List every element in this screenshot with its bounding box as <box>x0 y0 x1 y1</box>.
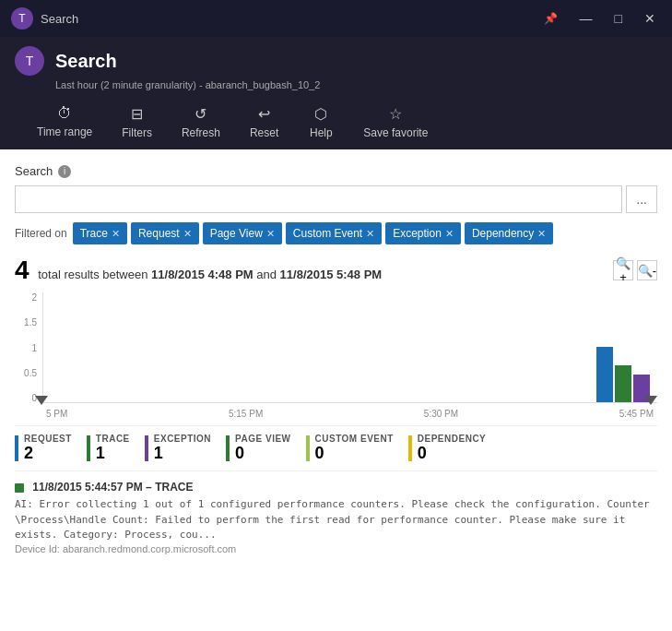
result-body: AI: Error collecting 1 out of 1 configur… <box>15 497 657 543</box>
app-icon: T <box>11 7 33 30</box>
legend-pageview-name: PAGE VIEW <box>235 434 290 444</box>
zoom-out-button[interactable]: 🔍- <box>637 260 657 280</box>
time-range-icon: ⏱ <box>57 105 72 122</box>
chart-y-labels: 2 1.5 1 0.5 0 <box>15 292 41 403</box>
legend-request: REQUEST 2 <box>15 434 72 463</box>
pin-button[interactable]: 📌 <box>538 9 563 28</box>
results-summary: 4 total results between 11/8/2015 4:48 P… <box>15 256 657 285</box>
toolbar-filters[interactable]: ⊟ Filters <box>107 98 167 149</box>
help-icon: ⬡ <box>314 105 327 123</box>
legend-request-name: REQUEST <box>24 434 72 444</box>
filter-tag-exception[interactable]: Exception ✕ <box>385 222 461 244</box>
legend-trace: TRACE 1 <box>87 434 130 463</box>
toolbar-refresh-label: Refresh <box>182 126 220 139</box>
toolbar-filters-label: Filters <box>122 126 152 139</box>
page-title: Search <box>55 51 117 72</box>
results-count: 4 <box>15 256 29 284</box>
chart-canvas <box>42 292 657 403</box>
x-label-5pm: 5 PM <box>46 409 67 419</box>
legend-pageview: PAGE VIEW 0 <box>226 434 290 463</box>
toolbar-reset-label: Reset <box>250 126 278 139</box>
filter-pageview-close[interactable]: ✕ <box>266 228 275 240</box>
y-label-15: 1.5 <box>15 317 37 327</box>
result-item[interactable]: 11/8/2015 5:44:57 PM – TRACE AI: Error c… <box>15 470 657 564</box>
minimize-button[interactable]: — <box>574 9 598 28</box>
toolbar-help[interactable]: ⬡ Help <box>293 98 348 149</box>
filter-trace-close[interactable]: ✕ <box>112 228 120 240</box>
result-type: TRACE <box>155 481 193 494</box>
legend-exception-count: 1 <box>154 444 211 463</box>
results-summary-text: 4 total results between 11/8/2015 4:48 P… <box>15 256 382 285</box>
search-input[interactable] <box>15 185 622 213</box>
search-label: Search i <box>15 164 657 178</box>
filter-request-close[interactable]: ✕ <box>183 228 192 240</box>
filter-exception-close[interactable]: ✕ <box>445 228 454 240</box>
reset-icon: ↩ <box>258 105 270 123</box>
legend-row: REQUEST 2 TRACE 1 EXCEPTION 1 PAGE VIEW … <box>15 425 657 470</box>
legend-customevent: CUSTOM EVENT 0 <box>306 434 394 463</box>
legend-dependency-count: 0 <box>418 444 486 463</box>
filter-customevent-close[interactable]: ✕ <box>366 228 374 240</box>
maximize-button[interactable]: □ <box>609 9 628 28</box>
legend-exception-name: EXCEPTION <box>154 434 211 444</box>
filter-row: Filtered on Trace ✕ Request ✕ Page View … <box>15 222 657 244</box>
legend-customevent-name: CUSTOM EVENT <box>315 434 394 444</box>
search-more-button[interactable]: ... <box>626 185 657 213</box>
chart-bar-group <box>596 292 650 402</box>
toolbar-reset[interactable]: ↩ Reset <box>235 98 293 149</box>
legend-dependency-name: DEPENDENCY <box>418 434 486 444</box>
filter-tag-request[interactable]: Request ✕ <box>131 222 199 244</box>
legend-request-bar <box>15 435 18 461</box>
result-header: 11/8/2015 5:44:57 PM – TRACE <box>15 481 657 494</box>
legend-exception: EXCEPTION 1 <box>145 434 211 463</box>
y-label-2: 2 <box>15 292 37 303</box>
chart-area: 2 1.5 1 0.5 0 5 PM 5:15 PM 5:30 PM 5:45 … <box>15 292 657 422</box>
chart-bar-trace <box>615 365 631 402</box>
filter-tag-dependency[interactable]: Dependency ✕ <box>465 222 553 244</box>
result-footer: Device Id: abaranch.redmond.corp.microso… <box>15 543 657 554</box>
x-label-545: 5:45 PM <box>619 409 654 419</box>
app-logo: T <box>15 46 44 76</box>
result-dot <box>15 483 24 493</box>
legend-trace-count: 1 <box>96 444 130 463</box>
header: T Search Last hour (2 minute granularity… <box>0 37 672 149</box>
y-label-05: 0.5 <box>15 368 37 378</box>
window-title: Search <box>41 12 78 26</box>
close-button[interactable]: ✕ <box>639 9 661 28</box>
x-label-530: 5:30 PM <box>424 409 458 419</box>
search-row: ... <box>15 185 657 213</box>
y-label-0: 0 <box>15 393 37 403</box>
zoom-controls: 🔍+ 🔍- <box>613 260 657 280</box>
result-timestamp: 11/8/2015 5:44:57 PM <box>32 481 142 494</box>
y-label-1: 1 <box>15 343 37 353</box>
x-label-515: 5:15 PM <box>229 409 263 419</box>
chart-start-marker <box>35 396 48 405</box>
legend-customevent-count: 0 <box>315 444 394 463</box>
legend-pageview-bar <box>226 435 230 461</box>
header-subtitle: Last hour (2 minute granularity) - abara… <box>55 79 657 90</box>
chart-end-marker <box>644 396 657 405</box>
refresh-icon: ↺ <box>195 105 206 123</box>
filter-label: Filtered on <box>15 222 67 244</box>
filters-icon: ⊟ <box>131 105 143 123</box>
legend-trace-name: TRACE <box>96 434 130 444</box>
filter-tag-pageview[interactable]: Page View ✕ <box>203 222 282 244</box>
toolbar-help-label: Help <box>310 126 333 139</box>
toolbar-time-range[interactable]: ⏱ Time range <box>22 98 107 149</box>
search-info-icon: i <box>58 165 71 178</box>
filter-tag-customevent[interactable]: Custom Event ✕ <box>286 222 382 244</box>
chart-x-labels: 5 PM 5:15 PM 5:30 PM 5:45 PM <box>42 405 657 422</box>
legend-pageview-count: 0 <box>235 444 290 463</box>
title-bar-controls: 📌 — □ ✕ <box>538 9 661 28</box>
filter-dependency-close[interactable]: ✕ <box>537 228 546 240</box>
legend-trace-bar <box>87 435 90 461</box>
toolbar-save-favorite[interactable]: ☆ Save favorite <box>348 98 442 149</box>
zoom-in-button[interactable]: 🔍+ <box>613 260 633 280</box>
toolbar-save-favorite-label: Save favorite <box>363 126 428 139</box>
legend-dependency: DEPENDENCY 0 <box>408 434 486 463</box>
toolbar: ⏱ Time range ⊟ Filters ↺ Refresh ↩ Reset… <box>15 98 657 149</box>
filter-tag-trace[interactable]: Trace ✕ <box>73 222 127 244</box>
legend-exception-bar <box>145 435 148 461</box>
save-favorite-icon: ☆ <box>389 105 402 123</box>
toolbar-refresh[interactable]: ↺ Refresh <box>167 98 235 149</box>
